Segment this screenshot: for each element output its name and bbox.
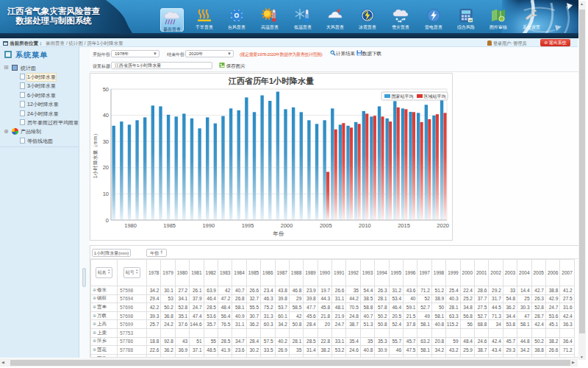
- svg-text:1985: 1985: [163, 222, 176, 229]
- svg-text:区域站平均: 区域站平均: [424, 93, 446, 99]
- svg-text:1小时降水量（mm）: 1小时降水量（mm）: [93, 131, 98, 179]
- svg-text:30: 30: [103, 138, 109, 145]
- svg-text:1990: 1990: [202, 222, 215, 229]
- svg-text:年份: 年份: [273, 230, 285, 237]
- svg-text:国家站平均: 国家站平均: [392, 93, 414, 99]
- svg-text:40: 40: [103, 112, 109, 118]
- svg-text:50: 50: [103, 86, 109, 93]
- svg-text:2000: 2000: [281, 222, 293, 229]
- svg-text:1995: 1995: [242, 222, 254, 229]
- svg-text:2015: 2015: [398, 222, 410, 229]
- svg-text:20: 20: [103, 164, 109, 171]
- svg-text:1980: 1980: [124, 222, 137, 229]
- svg-text:10: 10: [103, 191, 109, 197]
- svg-text:0: 0: [106, 217, 109, 224]
- svg-text:2010: 2010: [359, 222, 371, 229]
- svg-text:2005: 2005: [320, 222, 332, 229]
- svg-text:2020: 2020: [437, 222, 449, 229]
- svg-text:江西省历年1小时降水量: 江西省历年1小时降水量: [228, 77, 314, 85]
